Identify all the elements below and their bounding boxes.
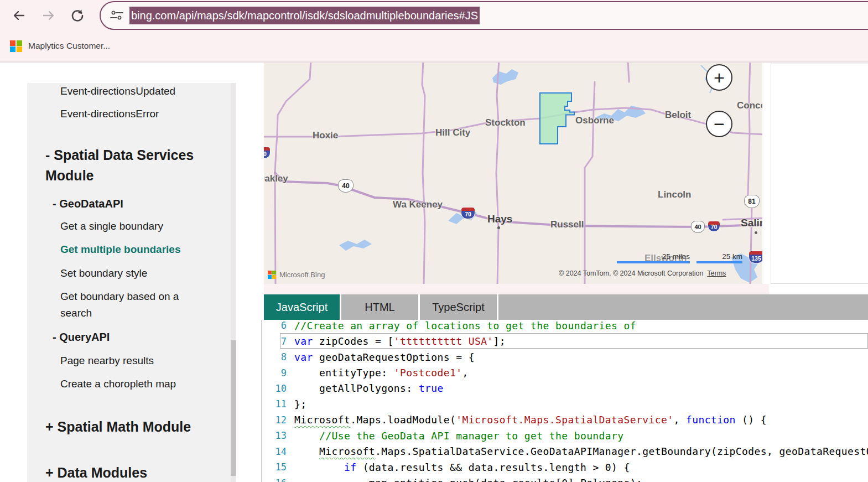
sidebar-item-event-directions-error[interactable]: Event-directionsError [60, 106, 159, 122]
sidebar-item-get-single-boundary[interactable]: Get a single boundary [60, 218, 163, 235]
line-number: 10 [261, 383, 294, 394]
forward-arrow-icon [41, 8, 56, 23]
sidebar-item-set-boundary-style[interactable]: Set boundary style [60, 265, 147, 282]
code-line-14[interactable]: 14 Microsoft.Maps.SpatialDataService.Geo… [261, 444, 868, 459]
sidebar-subheading-geodataapi[interactable]: - GeoDataAPI [53, 195, 123, 212]
sidebar-heading-spatial-math[interactable]: + Spatial Math Module [45, 417, 217, 437]
map-label-hill-city: Hill City [435, 127, 470, 138]
sidebar-scrollbar-thumb[interactable] [231, 340, 236, 476]
map-attribution: © 2024 TomTom, © 2024 Microsoft Corporat… [559, 269, 726, 277]
line-number: 12 [261, 414, 294, 426]
map-label-hays: Hays [487, 213, 512, 225]
zip-boundary-polygon[interactable] [540, 93, 574, 144]
browser-chrome: bing.com/api/maps/sdk/mapcontrol/isdk/sd… [0, 0, 868, 62]
side-description-panel [771, 64, 868, 284]
sdk-sidebar: Event-directionsUpdated Event-directions… [27, 83, 231, 482]
tab-html[interactable]: HTML [341, 294, 420, 320]
sidebar-item-page-nearby-results[interactable]: Page nearby results [60, 353, 154, 369]
back-arrow-icon [12, 8, 26, 23]
map-label-oakley: Oakley [264, 173, 288, 184]
map-label-lincoln: Lincoln [658, 189, 691, 200]
code-line-9[interactable]: 9 entityType: 'Postcode1', [261, 365, 868, 380]
tab-javascript[interactable]: JavaScript [264, 294, 341, 320]
code-lines[interactable]: 6//Create an array of locations to get t… [261, 318, 868, 482]
scale-km-label: 25 km [697, 252, 742, 261]
sidebar-subheading-queryapi[interactable]: - QueryAPI [53, 329, 110, 345]
sidebar-heading-spatial-data-services[interactable]: - Spatial Data Services Module [45, 145, 217, 186]
forward-button[interactable] [39, 6, 59, 25]
tab-typescript[interactable]: TypeScript [420, 294, 498, 320]
code-line-6[interactable]: 6//Create an array of locations to get t… [261, 318, 868, 333]
line-number: 7 [261, 336, 294, 347]
refresh-icon [70, 8, 85, 23]
code-line-10[interactable]: 10 getAllPolygons: true [261, 381, 868, 396]
map-label-concordia: Concordia [737, 100, 762, 111]
interstate-70-shield: 70 [461, 207, 475, 219]
sidebar-item-event-directions-updated[interactable]: Event-directionsUpdated [60, 83, 175, 100]
line-number: 11 [261, 398, 294, 410]
roads [264, 63, 762, 284]
salina-town-dot [755, 231, 757, 234]
code-tab-bar: JavaScript HTML TypeScript [264, 294, 868, 320]
sidebar-heading-data-modules[interactable]: + Data Modules [45, 463, 217, 482]
us-route-40-shield-east: 40 [691, 221, 705, 233]
refresh-button[interactable] [67, 6, 87, 25]
map-label-russell: Russell [550, 219, 584, 230]
interstate-70-shield-east: 70 [708, 221, 720, 232]
bookmark-maplytics[interactable]: Maplytics Customer... [28, 41, 110, 51]
url-selected-text[interactable]: bing.com/api/maps/sdk/mapcontrol/isdk/sd… [129, 7, 480, 24]
browser-window: bing.com/api/maps/sdk/mapcontrol/isdk/sd… [0, 0, 868, 482]
code-line-8[interactable]: 8var geoDataRequestOptions = { [261, 349, 868, 365]
scale-miles-label: 25 miles [646, 252, 690, 261]
interstate-135-shield: 135 [749, 251, 762, 263]
site-settings-icon[interactable] [110, 9, 124, 22]
sidebar-scrollbar-track[interactable] [231, 83, 236, 482]
line-number: 8 [261, 351, 294, 362]
url-bar[interactable]: bing.com/api/maps/sdk/mapcontrol/isdk/sd… [100, 1, 868, 30]
line-number: 6 [261, 320, 294, 331]
line-number: 16 [261, 478, 294, 482]
terms-link[interactable]: Terms [707, 269, 726, 277]
code-line-11[interactable]: 11}; [261, 396, 868, 412]
line-number: 9 [261, 367, 294, 379]
microsoft-logo-icon [268, 271, 276, 279]
scale-miles-bar [617, 261, 690, 263]
hays-town-dot [497, 226, 500, 229]
bing-map[interactable]: Hoxie Hill City Stockton Osborne Beloit … [264, 63, 762, 284]
map-label-hoxie: Hoxie [313, 130, 338, 141]
map-label-stockton: Stockton [485, 117, 526, 128]
line-number: 15 [261, 462, 294, 473]
map-zoom-in-button[interactable]: + [706, 64, 732, 91]
sidebar-item-create-choropleth[interactable]: Create a choropleth map [60, 376, 176, 392]
code-line-16[interactable]: 16 map.entities.push(data.results[0].Pol… [261, 475, 868, 482]
bing-logo-text: Microsoft Bing [279, 271, 325, 279]
us-route-40-shield: 40 [338, 179, 354, 193]
code-line-7[interactable]: 7var zipCodes = ['tttttttttt USA']; [261, 333, 868, 349]
map-label-beloit: Beloit [665, 110, 691, 121]
map-canvas [264, 63, 762, 284]
url-text[interactable]: bing.com/api/maps/sdk/mapcontrol/isdk/sd… [129, 9, 480, 22]
line-number: 13 [261, 430, 294, 441]
microsoft-favicon [10, 40, 22, 52]
code-line-12[interactable]: 12Microsoft.Maps.loadModule('Microsoft.M… [261, 412, 868, 428]
line-number: 14 [261, 446, 294, 457]
us-route-81-shield: 81 [744, 195, 760, 208]
copyright-text: © 2024 TomTom, © 2024 Microsoft Corporat… [559, 269, 703, 277]
scale-km-bar [697, 261, 742, 263]
code-line-13[interactable]: 13 //Use the GeoData API manager to get … [261, 428, 868, 443]
map-label-osborne: Osborne [575, 115, 614, 126]
code-line-15[interactable]: 15 if (data.results && data.results.leng… [261, 459, 868, 475]
map-label-salina: Salina [741, 217, 762, 229]
sidebar-item-get-boundary-search[interactable]: Get boundary based on a search [60, 288, 201, 322]
map-zoom-out-button[interactable]: − [706, 111, 732, 137]
microsoft-bing-logo: Microsoft Bing [268, 271, 325, 279]
back-button[interactable] [9, 6, 29, 25]
map-label-wakeeney: Wa Keeney [393, 199, 443, 210]
map-code-gap [264, 284, 769, 294]
bookmarks-bar: Maplytics Customer... [0, 33, 868, 59]
sidebar-item-get-multiple-boundaries[interactable]: Get multiple boundaries [60, 241, 180, 258]
